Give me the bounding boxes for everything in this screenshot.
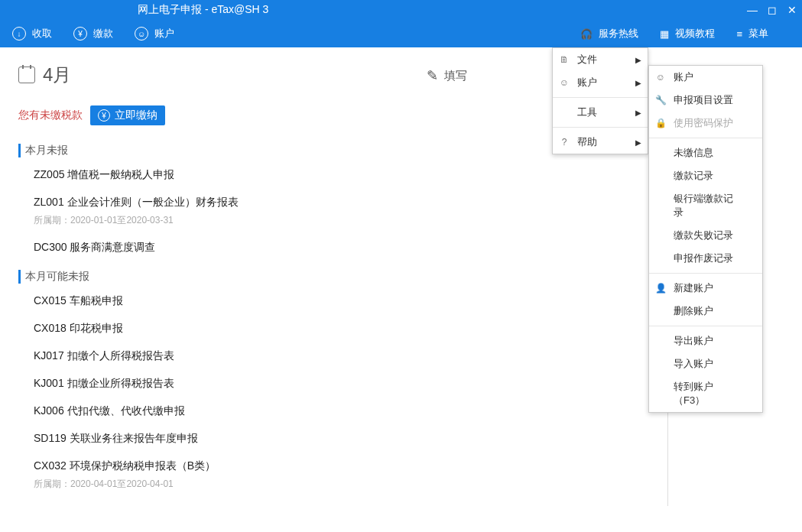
submenu-del-account[interactable]: 删除账户 (649, 300, 762, 323)
menu-help[interactable]: ?帮助▶ (553, 131, 648, 154)
submenu-fail-record[interactable]: 缴款失败记录 (649, 224, 762, 247)
item-period: 所属期：2020-01-01至2020-03-31 (34, 214, 661, 227)
month-selector[interactable]: 4月 (18, 63, 71, 87)
titlebar: 网上电子申报 - eTax@SH 3 — ◻ ✕ (0, 0, 802, 20)
item-name: CX015 车船税申报 (34, 294, 661, 308)
fill-button[interactable]: ✎ 填写 (427, 67, 467, 84)
close-button[interactable]: ✕ (782, 0, 802, 20)
submenu-pay-record[interactable]: 缴款记录 (649, 164, 762, 187)
pay-button[interactable]: ¥ 缴款 (73, 27, 113, 41)
main-toolbar: ↓ 收取 ¥ 缴款 ☺ 账户 🎧 服务热线 ▦ 视频教程 ≡ 菜单 (0, 20, 802, 47)
yen-icon: ¥ (98, 109, 110, 122)
wrench-icon: 🔧 (655, 95, 666, 105)
maximize-button[interactable]: ◻ (762, 0, 782, 20)
submenu-password: 🔒使用密码保护 (649, 112, 762, 135)
pay-now-button[interactable]: ¥ 立即缴纳 (90, 105, 165, 125)
list-item[interactable]: KJ001 扣缴企业所得税报告表 (34, 377, 661, 391)
account-submenu: ☺账户 🔧申报项目设置 🔒使用密码保护 未缴信息 缴款记录 银行端缴款记录 缴款… (648, 65, 763, 413)
item-name: DC300 服务商满意度调查 (34, 241, 661, 255)
section-unreported: 本月未报 ZZ005 增值税一般纳税人申报ZL001 企业会计准则（一般企业）财… (18, 144, 661, 255)
section-title: 本月可能未报 (18, 270, 661, 284)
menu-button[interactable]: ≡ 菜单 (736, 27, 768, 41)
hotline-label: 服务热线 (599, 27, 638, 41)
lock-icon: 🔒 (655, 118, 666, 128)
hotline-button[interactable]: 🎧 服务热线 (580, 27, 638, 41)
item-name: ZZ005 增值税一般纳税人申报 (34, 168, 661, 182)
menu-label: 菜单 (748, 27, 768, 41)
item-period: 所属期：2020-04-01至2020-04-01 (34, 478, 661, 491)
pay-now-label: 立即缴纳 (115, 109, 157, 122)
video-button[interactable]: ▦ 视频教程 (660, 27, 715, 41)
list-item[interactable]: CX032 环境保护税纳税申报表（B类）所属期：2020-04-01至2020-… (34, 459, 661, 491)
submenu-import-account[interactable]: 导入账户 (649, 352, 762, 375)
user-icon: ☺ (135, 27, 148, 41)
menu-tools[interactable]: 工具▶ (553, 101, 648, 124)
submenu-new-account[interactable]: 👤新建账户 (649, 277, 762, 300)
video-label: 视频教程 (675, 27, 715, 41)
item-name: KJ001 扣缴企业所得税报告表 (34, 377, 661, 391)
grid-icon: ▦ (660, 28, 669, 40)
calendar-icon (18, 66, 35, 83)
item-name: SD119 关联业务往来报告年度申报 (34, 432, 661, 446)
window-buttons: — ◻ ✕ (742, 0, 802, 20)
list-item[interactable]: ZZ005 增值税一般纳税人申报 (34, 168, 661, 182)
pay-label: 缴款 (93, 27, 113, 41)
window-title: 网上电子申报 - eTax@SH 3 (138, 3, 268, 17)
list-item[interactable]: KJ017 扣缴个人所得税报告表 (34, 349, 661, 363)
list-item[interactable]: KJ006 代扣代缴、代收代缴申报 (34, 404, 661, 418)
user-plus-icon: 👤 (655, 283, 666, 294)
help-icon: ? (559, 137, 570, 148)
minimize-button[interactable]: — (742, 0, 762, 20)
main-menu-popup: 🗎文件▶ ☺账户▶ 工具▶ ?帮助▶ (552, 47, 648, 154)
submenu-export-account[interactable]: 导出账户 (649, 329, 762, 352)
section-maybe: 本月可能未报 CX015 车船税申报CX018 印花税申报KJ017 扣缴个人所… (18, 270, 661, 491)
list-item[interactable]: ZL001 企业会计准则（一般企业）财务报表所属期：2020-01-01至202… (34, 196, 661, 227)
list-item[interactable]: DC300 服务商满意度调查 (34, 241, 661, 255)
user-icon: ☺ (559, 77, 570, 88)
month-text: 4月 (43, 63, 71, 87)
item-name: CX032 环境保护税纳税申报表（B类） (34, 459, 661, 473)
list-item[interactable]: SD119 关联业务往来报告年度申报 (34, 432, 661, 446)
list-item[interactable]: CX018 印花税申报 (34, 322, 661, 336)
fill-label: 填写 (444, 69, 467, 83)
menu-file[interactable]: 🗎文件▶ (553, 48, 648, 71)
submenu-void-record[interactable]: 申报作废记录 (649, 247, 762, 270)
item-name: KJ017 扣缴个人所得税报告表 (34, 349, 661, 363)
menu-account[interactable]: ☺账户▶ (553, 71, 648, 94)
submenu-account[interactable]: ☺账户 (649, 66, 762, 89)
receive-button[interactable]: ↓ 收取 (12, 27, 52, 41)
item-name: CX018 印花税申报 (34, 322, 661, 336)
unpaid-text: 您有未缴税款 (18, 109, 83, 122)
file-icon: 🗎 (559, 54, 570, 65)
account-label: 账户 (154, 27, 174, 41)
edit-icon: ✎ (427, 67, 438, 84)
hamburger-icon: ≡ (736, 28, 742, 40)
item-name: ZL001 企业会计准则（一般企业）财务报表 (34, 196, 661, 209)
submenu-switch-account[interactable]: 转到账户（F3） (649, 375, 762, 412)
item-name: KJ006 代扣代缴、代收代缴申报 (34, 404, 661, 418)
submenu-settings[interactable]: 🔧申报项目设置 (649, 89, 762, 112)
list-item[interactable]: CX015 车船税申报 (34, 294, 661, 308)
user-icon: ☺ (655, 72, 666, 83)
receive-label: 收取 (32, 27, 52, 41)
submenu-unpaid[interactable]: 未缴信息 (649, 141, 762, 164)
headset-icon: 🎧 (580, 28, 593, 40)
submenu-bank-record[interactable]: 银行端缴款记录 (649, 187, 762, 224)
yen-icon: ¥ (73, 27, 87, 41)
download-icon: ↓ (12, 27, 26, 41)
account-button[interactable]: ☺ 账户 (135, 27, 174, 41)
